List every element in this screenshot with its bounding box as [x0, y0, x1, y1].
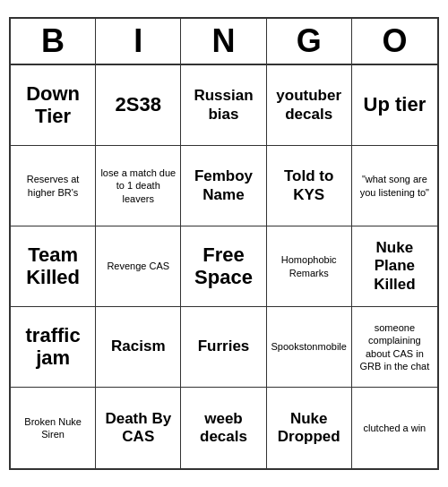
- bingo-cell-2[interactable]: Russian bias: [181, 65, 266, 146]
- bingo-cell-20[interactable]: Broken Nuke Siren: [11, 388, 96, 468]
- bingo-cell-15[interactable]: traffic jam: [11, 307, 96, 388]
- bingo-cell-22[interactable]: weeb decals: [181, 388, 266, 468]
- bingo-grid: Down Tier2S38Russian biasyoutuber decals…: [11, 65, 437, 468]
- bingo-cell-1[interactable]: 2S38: [96, 65, 181, 146]
- bingo-cell-11[interactable]: Revenge CAS: [96, 226, 181, 307]
- bingo-cell-3[interactable]: youtuber decals: [267, 65, 352, 146]
- bingo-cell-17[interactable]: Furries: [181, 307, 266, 388]
- bingo-header: B I N G O: [11, 19, 437, 65]
- bingo-cell-23[interactable]: Nuke Dropped: [267, 388, 352, 468]
- header-b: B: [11, 19, 96, 64]
- bingo-cell-9[interactable]: "what song are you listening to": [352, 146, 437, 226]
- bingo-cell-12[interactable]: Free Space: [181, 226, 266, 307]
- header-n: N: [181, 19, 266, 64]
- bingo-cell-0[interactable]: Down Tier: [11, 65, 96, 146]
- bingo-cell-18[interactable]: Spookstonmobile: [267, 307, 352, 388]
- bingo-cell-21[interactable]: Death By CAS: [96, 388, 181, 468]
- header-i: I: [96, 19, 181, 64]
- bingo-cell-14[interactable]: Nuke Plane Killed: [352, 226, 437, 307]
- bingo-cell-13[interactable]: Homophobic Remarks: [267, 226, 352, 307]
- bingo-cell-6[interactable]: lose a match due to 1 death leavers: [96, 146, 181, 226]
- bingo-cell-8[interactable]: Told to KYS: [267, 146, 352, 226]
- bingo-cell-10[interactable]: Team Killed: [11, 226, 96, 307]
- bingo-cell-5[interactable]: Reserves at higher BR's: [11, 146, 96, 226]
- bingo-card: B I N G O Down Tier2S38Russian biasyoutu…: [9, 17, 439, 470]
- header-g: G: [267, 19, 352, 64]
- bingo-cell-7[interactable]: Femboy Name: [181, 146, 266, 226]
- header-o: O: [352, 19, 437, 64]
- bingo-cell-19[interactable]: someone complaining about CAS in GRB in …: [352, 307, 437, 388]
- bingo-cell-16[interactable]: Racism: [96, 307, 181, 388]
- bingo-cell-4[interactable]: Up tier: [352, 65, 437, 146]
- bingo-cell-24[interactable]: clutched a win: [352, 388, 437, 468]
